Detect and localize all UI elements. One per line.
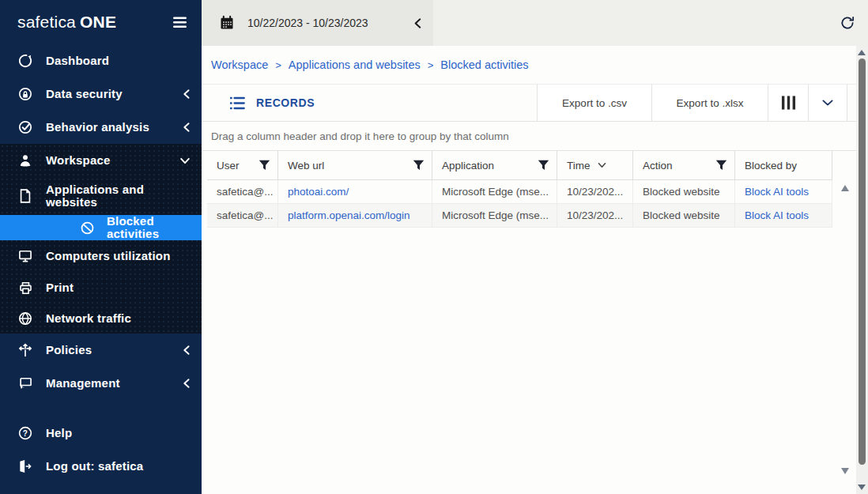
breadcrumb: Workspace > Applications and websites > … [202, 46, 856, 85]
sidebar-item-policies[interactable]: Policies [0, 334, 202, 367]
sidebar: safeticaONE Dashboard Data security [0, 0, 202, 494]
column-header-blocked-by[interactable]: Blocked by [735, 151, 832, 179]
safetica-one-window: safeticaONE Dashboard Data security [0, 0, 868, 494]
column-chooser-button[interactable] [768, 85, 809, 121]
sidebar-item-label: Blocked activities [107, 215, 191, 241]
cell-action: Blocked website [633, 204, 735, 227]
filter-icon[interactable] [715, 160, 727, 171]
content-panel: Workspace > Applications and websites > … [202, 46, 856, 494]
sidebar-item-workspace[interactable]: Workspace [0, 144, 202, 177]
sidebar-item-label: Management [46, 377, 167, 390]
chevron-down-icon [821, 96, 835, 109]
sidebar-item-label: Computers utilization [46, 250, 191, 263]
column-label: Web url [288, 160, 413, 172]
columns-icon [781, 96, 796, 110]
breadcrumb-separator: > [428, 59, 434, 71]
behavior-check-circle-icon [17, 119, 33, 135]
table-row[interactable]: safetica@... photoai.com/ Microsoft Edge… [207, 180, 832, 204]
sidebar-nav: Dashboard Data security Behavior analysi… [0, 44, 202, 494]
help-question-icon: ? [17, 425, 33, 441]
cell-application: Microsoft Edge (mse... [432, 204, 557, 227]
cell-web-url-link[interactable]: photoai.com/ [278, 180, 432, 203]
date-range-picker[interactable]: 10/22/2023 - 10/23/2023 [202, 0, 433, 46]
scroll-up-arrow-icon[interactable] [858, 50, 866, 55]
sidebar-item-dashboard[interactable]: Dashboard [0, 44, 202, 77]
cell-application: Microsoft Edge (mse... [432, 180, 557, 203]
monitor-icon [17, 248, 33, 264]
column-header-action[interactable]: Action [633, 151, 735, 179]
column-header-application[interactable]: Application [432, 151, 557, 179]
chevron-left-icon [179, 345, 191, 356]
breadcrumb-item-workspace[interactable]: Workspace [211, 58, 268, 71]
scroll-down-arrow-icon[interactable] [841, 468, 849, 474]
scrollbar-thumb[interactable] [859, 58, 866, 465]
svg-text:?: ? [23, 429, 28, 438]
page-scrollbar[interactable] [856, 46, 868, 494]
chevron-down-icon [179, 156, 191, 165]
sidebar-item-network-traffic[interactable]: Network traffic [0, 304, 202, 334]
chevron-left-icon [179, 89, 191, 100]
column-label: Time [567, 160, 591, 172]
export-xlsx-button[interactable]: Export to .xlsx [652, 85, 768, 121]
column-label: Application [442, 160, 538, 172]
scroll-up-arrow-icon[interactable] [841, 185, 849, 191]
cell-user: safetica@... [207, 180, 278, 203]
filter-icon[interactable] [259, 160, 270, 171]
refresh-icon[interactable] [840, 15, 855, 31]
breadcrumb-item-blocked-activities[interactable]: Blocked activities [440, 58, 528, 71]
cell-web-url-link[interactable]: platform.openai.com/login [278, 204, 432, 227]
cell-time: 10/23/202... [557, 180, 633, 203]
cell-user: safetica@... [207, 204, 278, 227]
column-header-web-url[interactable]: Web url [278, 151, 432, 179]
dashboard-gauge-icon [17, 53, 33, 69]
directions-arrows-icon [17, 342, 33, 358]
filter-icon[interactable] [538, 160, 549, 171]
sidebar-item-label: Workspace [46, 154, 167, 168]
column-header-user[interactable]: User [207, 151, 278, 179]
hamburger-menu-icon[interactable] [173, 17, 187, 28]
sidebar-item-computers-utilization[interactable]: Computers utilization [0, 240, 202, 272]
calendar-icon [219, 15, 235, 31]
sidebar-item-label: Policies [46, 344, 167, 357]
workspace-person-icon [17, 153, 33, 168]
collapse-panel-button[interactable] [809, 85, 847, 121]
date-back-chevron-icon[interactable] [413, 17, 422, 29]
document-icon [17, 188, 33, 204]
cell-blocked-by-link[interactable]: Block AI tools [735, 204, 832, 227]
filter-icon[interactable] [413, 160, 425, 171]
sidebar-item-label: Help [46, 427, 191, 440]
breadcrumb-separator: > [275, 59, 281, 71]
table-scrollbar[interactable] [838, 182, 852, 477]
records-header: RECORDS [202, 85, 538, 121]
sidebar-item-management[interactable]: Management [0, 367, 202, 400]
sidebar-item-label: Data security [46, 88, 167, 101]
main-area: 10/22/2023 - 10/23/2023 Workspace > Appl… [202, 0, 868, 494]
group-by-drop-zone[interactable]: Drag a column header and drop it here to… [202, 122, 856, 151]
topbar: 10/22/2023 - 10/23/2023 [202, 0, 868, 46]
sidebar-item-help[interactable]: ? Help [0, 417, 202, 450]
records-list-icon [229, 96, 246, 111]
table-row[interactable]: safetica@... platform.openai.com/login M… [207, 204, 832, 228]
column-label: User [217, 160, 259, 172]
sort-desc-icon [598, 162, 606, 168]
sidebar-item-data-security[interactable]: Data security [0, 77, 202, 111]
sidebar-item-behavior-analysis[interactable]: Behavior analysis [0, 111, 202, 144]
logo-brand: safetica [17, 13, 76, 31]
sidebar-item-label: Print [46, 281, 191, 295]
sidebar-item-print[interactable]: Print [0, 272, 202, 304]
column-label: Action [643, 160, 715, 172]
export-csv-button[interactable]: Export to .csv [538, 85, 652, 121]
sidebar-item-logout[interactable]: Log out: safetica [0, 450, 202, 483]
cell-action: Blocked website [633, 180, 735, 203]
sidebar-item-label: Behavior analysis [46, 121, 167, 134]
column-header-time[interactable]: Time [557, 151, 633, 179]
sidebar-item-blocked-activities[interactable]: Blocked activities [0, 215, 202, 240]
data-security-lock-icon [17, 86, 33, 102]
breadcrumb-item-applications-and-websites[interactable]: Applications and websites [289, 58, 421, 71]
cell-blocked-by-link[interactable]: Block AI tools [735, 180, 832, 203]
logo-row: safeticaONE [0, 0, 202, 44]
remote-management-icon [17, 375, 33, 391]
app-logo: safeticaONE [17, 13, 116, 32]
sidebar-item-applications-and-websites[interactable]: Applications and websites [0, 177, 202, 215]
scroll-down-arrow-icon[interactable] [858, 485, 866, 490]
